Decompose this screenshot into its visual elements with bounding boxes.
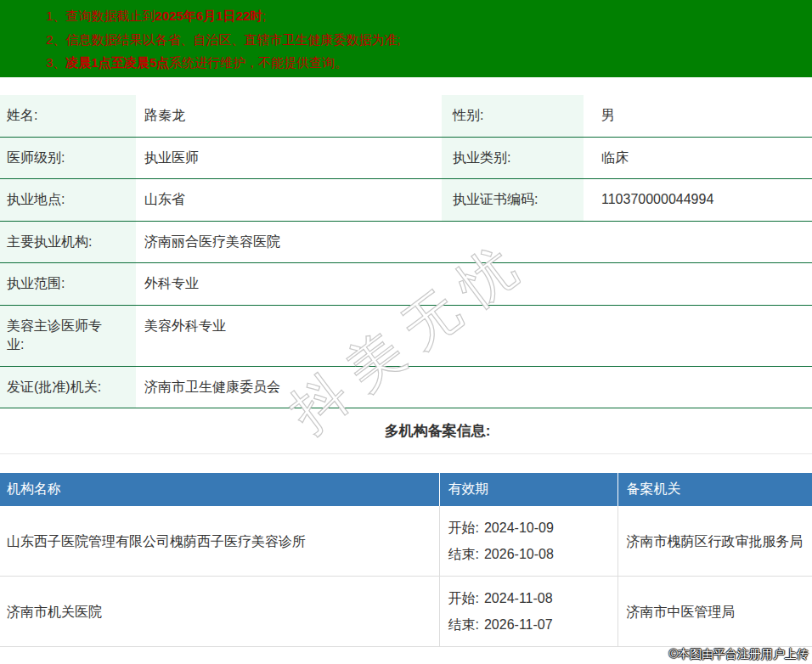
doctor-level-value: 执业医师: [136, 137, 442, 179]
copyright-watermark: ©本图由平台注册用户上传: [669, 647, 809, 662]
start-date: 2024-10-09: [484, 521, 554, 535]
table-row: 发证(批准)机关: 济南市卫生健康委员会: [0, 366, 812, 408]
practice-location-label: 执业地点:: [0, 179, 136, 222]
institution-name: 山东西子医院管理有限公司槐荫西子医疗美容诊所: [0, 506, 439, 577]
table-header-row: 机构名称 有效期 备案机关: [0, 473, 812, 506]
institution-name: 济南市机关医院: [0, 577, 439, 647]
validity-period: 开始:2024-10-09 结束:2026-10-08: [439, 506, 617, 577]
notice-text: 3、: [46, 55, 65, 70]
practice-category-label: 执业类别:: [442, 137, 584, 179]
table-row: 执业范围: 外科专业: [0, 263, 812, 306]
table-row: 济南市机关医院 开始:2024-11-08 结束:2026-11-07 济南市中…: [0, 577, 812, 647]
notice-text: 系统进行维护，不能提供查询。: [169, 55, 347, 70]
table-row: 医师级别: 执业医师 执业类别: 临床: [0, 137, 812, 179]
table-row: 姓名: 路秦龙 性别: 男: [0, 95, 812, 137]
main-institution-value: 济南丽合医疗美容医院: [136, 221, 812, 263]
validity-start: 开始:2024-10-09: [448, 515, 611, 541]
notice-text: ;: [262, 8, 266, 23]
validity-start: 开始:2024-11-08: [448, 585, 611, 611]
practice-scope-label: 执业范围:: [0, 263, 136, 306]
validity-end: 结束:2026-11-07: [448, 611, 611, 638]
start-label: 开始:: [448, 521, 479, 535]
doctor-level-label: 医师级别:: [0, 137, 136, 179]
end-date: 2026-11-07: [484, 617, 553, 632]
issuing-authority-value: 济南市卫生健康委员会: [136, 366, 812, 408]
notice-line-3: 3、凌晨1点至凌晨5点系统进行维护，不能提供查询。: [46, 51, 804, 75]
issuing-authority-label: 发证(批准)机关:: [0, 366, 136, 408]
validity-period: 开始:2024-11-08 结束:2026-11-07: [439, 577, 617, 647]
practitioner-info-table: 姓名: 路秦龙 性别: 男 医师级别: 执业医师 执业类别: 临床 执业地点: …: [0, 95, 812, 408]
name-value: 路秦龙: [136, 95, 442, 137]
section-divider: [0, 453, 812, 454]
practitioner-query-result-page: 1、查询数据截止到2025年6月1日22时; 2、信息数据结果以各省、自治区、直…: [0, 0, 812, 664]
gender-label: 性别:: [442, 95, 584, 137]
multi-org-section-heading: 多机构备案信息:: [0, 424, 812, 438]
notice-line-2: 2、信息数据结果以各省、自治区、直辖市卫生健康委数据为准;: [46, 28, 804, 52]
cosmetic-specialty-value: 美容外科专业: [136, 305, 812, 366]
column-header-institution: 机构名称: [0, 473, 439, 506]
table-row: 山东西子医院管理有限公司槐荫西子医疗美容诊所 开始:2024-10-09 结束:…: [0, 506, 812, 577]
validity-end: 结束:2026-10-08: [448, 541, 611, 567]
notice-text: 2、信息数据结果以各省、自治区、直辖市卫生健康委数据为准;: [46, 32, 401, 47]
table-row: 美容主诊医师专业: 美容外科专业: [0, 305, 812, 366]
practice-location-value: 山东省: [136, 179, 442, 222]
main-institution-label: 主要执业机构:: [0, 221, 136, 263]
notice-bold-text: 2025年6月1日22时: [155, 8, 262, 23]
end-label: 结束:: [448, 547, 479, 561]
notice-text: 1、查询数据截止到: [46, 8, 155, 23]
cosmetic-specialty-label: 美容主诊医师专业:: [0, 305, 136, 366]
table-row: 主要执业机构: 济南丽合医疗美容医院: [0, 221, 812, 263]
end-label: 结束:: [448, 617, 479, 632]
practice-category-value: 临床: [584, 137, 812, 179]
multi-org-table: 机构名称 有效期 备案机关 山东西子医院管理有限公司槐荫西子医疗美容诊所 开始:…: [0, 473, 812, 647]
license-number-value: 110370000044994: [584, 179, 812, 222]
notice-bold-text: 凌晨1点至凌晨5点: [65, 55, 169, 70]
end-date: 2026-10-08: [484, 547, 554, 561]
name-label: 姓名:: [0, 95, 136, 137]
practice-scope-value: 外科专业: [136, 263, 812, 306]
table-row: 执业地点: 山东省 执业证书编码: 110370000044994: [0, 179, 812, 222]
gender-value: 男: [584, 95, 812, 137]
notice-banner: 1、查询数据截止到2025年6月1日22时; 2、信息数据结果以各省、自治区、直…: [0, 0, 812, 77]
notice-line-1: 1、查询数据截止到2025年6月1日22时;: [46, 4, 804, 28]
start-label: 开始:: [448, 591, 479, 605]
filing-authority: 济南市中医管理局: [617, 577, 812, 647]
filing-authority: 济南市槐荫区行政审批服务局: [617, 506, 812, 577]
column-header-validity: 有效期: [439, 473, 617, 506]
license-number-label: 执业证书编码:: [442, 179, 584, 222]
start-date: 2024-11-08: [484, 591, 553, 605]
column-header-authority: 备案机关: [617, 473, 812, 506]
